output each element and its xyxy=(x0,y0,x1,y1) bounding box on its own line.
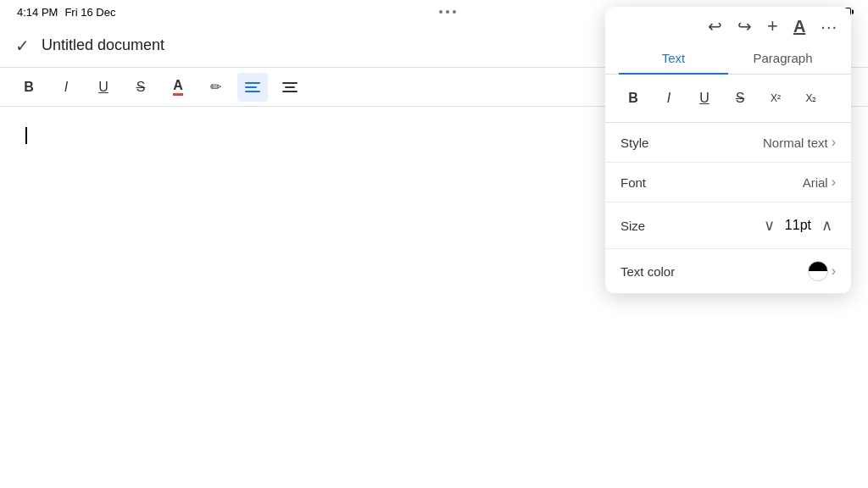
panel-underline-button[interactable]: U xyxy=(688,83,721,114)
font-label: Font xyxy=(620,175,646,190)
overflow-dot xyxy=(453,10,456,14)
tab-paragraph[interactable]: Paragraph xyxy=(728,42,837,74)
overflow-dots-area xyxy=(439,10,456,14)
panel-redo-button[interactable]: ↪ xyxy=(737,16,752,36)
text-color-swatch xyxy=(808,261,828,281)
style-value: Normal text › xyxy=(763,135,836,150)
status-left: 4:14 PM Fri 16 Dec xyxy=(17,6,115,19)
text-color-button[interactable]: A xyxy=(163,73,193,102)
size-current-value: 11pt xyxy=(785,218,811,233)
text-format-panel: ↩ ↪ + A ··· Text Paragraph B I U S X² X₂… xyxy=(605,7,851,294)
font-chevron-right-icon: › xyxy=(832,175,836,190)
panel-top-icons: ↩ ↪ + A ··· xyxy=(605,7,851,42)
panel-style-row[interactable]: Style Normal text › xyxy=(605,123,851,163)
font-value: Arial › xyxy=(803,175,836,190)
style-chevron-right-icon: › xyxy=(832,135,836,150)
panel-superscript-button[interactable]: X² xyxy=(760,83,792,114)
text-cursor xyxy=(25,127,27,144)
size-label: Size xyxy=(620,219,645,233)
panel-strike-button[interactable]: S xyxy=(724,83,756,114)
panel-more-button[interactable]: ··· xyxy=(821,17,837,36)
panel-format-row: B I U S X² X₂ xyxy=(605,75,851,123)
save-check-button[interactable]: ✓ xyxy=(14,34,31,58)
panel-text-color-row[interactable]: Text color › xyxy=(605,249,851,294)
align-left-button[interactable] xyxy=(237,73,268,102)
panel-font-row[interactable]: Font Arial › xyxy=(605,163,851,202)
overflow-dot xyxy=(446,10,449,14)
strikethrough-button[interactable]: S xyxy=(125,73,156,102)
align-center-button[interactable] xyxy=(275,73,305,102)
style-label: Style xyxy=(620,136,648,150)
italic-button[interactable]: I xyxy=(51,73,81,102)
panel-italic-button[interactable]: I xyxy=(653,83,685,114)
panel-text-a-button[interactable]: A xyxy=(793,17,805,36)
font-current-value: Arial xyxy=(803,175,828,190)
tab-text[interactable]: Text xyxy=(619,42,728,74)
time-display: 4:14 PM xyxy=(17,6,58,19)
align-left-icon xyxy=(242,77,264,97)
underline-button[interactable]: U xyxy=(88,73,119,102)
panel-tabs: Text Paragraph xyxy=(605,42,851,75)
panel-undo-button[interactable]: ↩ xyxy=(708,16,722,36)
bold-button[interactable]: B xyxy=(14,73,44,102)
panel-bold-button[interactable]: B xyxy=(617,83,649,114)
text-color-label: Text color xyxy=(620,264,675,279)
panel-size-row: Size ∨ 11pt ∧ xyxy=(605,202,851,249)
size-increase-button[interactable]: ∧ xyxy=(818,214,836,236)
overflow-dot xyxy=(439,10,442,14)
size-controls: ∨ 11pt ∧ xyxy=(760,214,836,236)
text-color-a-label: A xyxy=(173,78,183,96)
text-color-value: › xyxy=(808,261,836,281)
panel-add-button[interactable]: + xyxy=(767,15,778,37)
style-current-value: Normal text xyxy=(763,136,828,150)
panel-subscript-button[interactable]: X₂ xyxy=(795,83,827,114)
text-color-chevron-right-icon: › xyxy=(832,263,836,279)
align-center-icon xyxy=(279,77,301,97)
size-decrease-button[interactable]: ∨ xyxy=(760,214,778,236)
date-display: Fri 16 Dec xyxy=(64,6,115,19)
highlight-button[interactable]: ✏ xyxy=(200,73,231,102)
doc-title: Untitled document xyxy=(42,36,698,54)
